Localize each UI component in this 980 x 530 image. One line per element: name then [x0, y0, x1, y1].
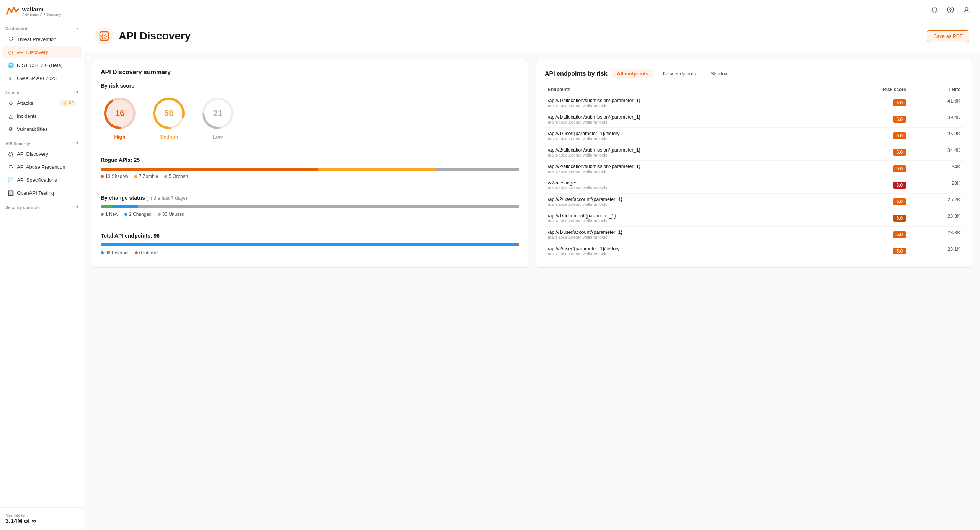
table-row[interactable]: /api/v2/allocation/submission/{parameter…	[545, 161, 964, 177]
total-bar	[101, 243, 519, 246]
shadow-bar	[101, 168, 318, 171]
col-endpoint: Endpoints	[545, 85, 826, 95]
sidebar-footer: Monthly limit: 3.14M of ∞	[0, 507, 84, 530]
orphan-legend: 5 Orphan	[164, 174, 188, 179]
page-header: {;} API Discovery Save as PDF	[84, 20, 980, 52]
page-icon: {;}	[95, 27, 113, 45]
sidebar-item-api-discovery[interactable]: {;} API Discovery	[2, 46, 82, 58]
changed-dot	[124, 213, 127, 216]
endpoint-domain: main-api.eu.demo.wallarm.tools	[548, 219, 823, 223]
risk-badge: 5.0	[893, 248, 906, 254]
tab-all-endpoints[interactable]: All endpoints	[612, 69, 653, 78]
logo-tagline: Advanced API Security	[22, 13, 61, 17]
endpoint-domain: main-api.eu.demo.wallarm.tools	[548, 120, 823, 124]
user-avatar-icon[interactable]	[962, 6, 971, 14]
divider-3	[101, 225, 519, 225]
api-icon: {;}	[8, 49, 14, 55]
risk-badge: 5.0	[893, 165, 906, 172]
section-security-controls: Security controls ▾	[0, 199, 84, 211]
doc-icon: 📄	[8, 177, 14, 183]
changed-legend: 2 Changed	[124, 212, 152, 217]
risk-score-row: 16 High 58	[101, 94, 519, 140]
external-legend: 96 External	[101, 250, 129, 256]
endpoint-domain: main-api.eu.demo.wallarm.tools	[548, 103, 823, 108]
risk-badge: 5.0	[893, 132, 906, 139]
sidebar-item-attacks[interactable]: ⊙ Attacks ⚡ 62	[2, 97, 82, 109]
table-row[interactable]: /api/v1/allocation/submission/{parameter…	[545, 111, 964, 128]
unused-dot	[158, 213, 161, 216]
divider-2	[101, 187, 519, 187]
dashboard-grid: API Discovery summary By risk score	[84, 52, 980, 276]
summary-card: API Discovery summary By risk score	[92, 60, 528, 268]
endpoint-path: /api/v2/allocation/submission/{parameter…	[548, 164, 823, 169]
change-bar	[101, 205, 519, 208]
changed-bar	[113, 205, 139, 208]
high-gauge-container: 16	[101, 94, 139, 132]
hits-value: 34K	[909, 161, 964, 177]
medium-gauge: 58 Medium	[150, 94, 188, 140]
sidebar-item-api-discovery-2[interactable]: {;} API Discovery	[2, 148, 82, 160]
notification-bell-icon[interactable]	[930, 6, 939, 14]
unused-bar	[138, 205, 519, 208]
table-row[interactable]: /api/v1/allocation/submission/{parameter…	[545, 95, 964, 111]
sidebar-item-api-specs[interactable]: 📄 API Specifications	[2, 174, 82, 186]
risk-score-label: By risk score	[101, 83, 519, 89]
sidebar-item-vulnerabilities[interactable]: ⚙ Vulnerabilities	[2, 123, 82, 135]
risk-badge: 5.0	[893, 198, 906, 205]
hits-value: 35.3K	[909, 128, 964, 144]
change-status-title: By change status (in the last 7 days)	[101, 195, 519, 201]
summary-title: API Discovery summary	[101, 69, 519, 76]
hits-value: 39.4K	[909, 111, 964, 128]
rogue-apis-title: Rogue APIs: 25	[101, 157, 519, 163]
internal-bar	[518, 243, 519, 246]
help-icon[interactable]: ?	[946, 6, 955, 14]
high-label: High	[114, 134, 126, 140]
save-pdf-button[interactable]: Save as PDF	[927, 30, 969, 42]
risk-badge: 5.0	[893, 116, 906, 123]
table-row[interactable]: /v2/messages main-api.eu.demo.wallarm.to…	[545, 177, 964, 194]
endpoints-tbody: /api/v1/allocation/submission/{parameter…	[545, 95, 964, 259]
external-dot	[101, 251, 104, 254]
logo-text: wallarm Advanced API Security	[22, 6, 61, 17]
risk-badge: 5.0	[893, 149, 906, 156]
table-row[interactable]: /api/v2/user/account/{parameter_1} main-…	[545, 194, 964, 210]
endpoint-path: /api/v1/user/{parameter_1}/history	[548, 131, 823, 136]
sidebar-item-owasp[interactable]: ✈ OWASP API 2023	[2, 72, 82, 84]
hits-value: 25.2K	[909, 194, 964, 210]
sidebar-item-nist[interactable]: 🌐 NIST CSF 2.0 (Beta)	[2, 59, 82, 71]
endpoint-domain: main-api.eu.demo.wallarm.tools	[548, 202, 823, 207]
medium-gauge-container: 58	[150, 94, 188, 132]
endpoint-domain: main-api.eu.demo.wallarm.tools	[548, 186, 823, 190]
page-header-left: {;} API Discovery	[95, 27, 191, 45]
hits-value: 28K	[909, 177, 964, 194]
unused-legend: 30 Unused	[158, 212, 185, 217]
tab-shadow[interactable]: Shadow	[706, 69, 733, 78]
svg-text:16: 16	[115, 108, 124, 118]
tab-new-endpoints[interactable]: New endpoints	[658, 69, 701, 78]
medium-label: Medium	[159, 134, 178, 140]
topbar: ?	[84, 0, 980, 20]
table-row[interactable]: /api/v2/user/{parameter_1}/history main-…	[545, 243, 964, 259]
endpoints-title: API endpoints by risk	[545, 70, 608, 77]
table-row[interactable]: /api/v1/document/{parameter_1} main-api.…	[545, 210, 964, 227]
endpoint-domain: main-api.eu.demo.wallarm.tools	[548, 136, 823, 141]
svg-text:?: ?	[949, 8, 952, 13]
table-row[interactable]: /api/v1/user/{parameter_1}/history main-…	[545, 128, 964, 144]
orphan-dot	[164, 175, 167, 178]
shield-icon: 🛡	[8, 36, 14, 42]
sidebar-item-incidents[interactable]: △ Incidents	[2, 110, 82, 122]
endpoint-domain: main-api.eu.demo.wallarm.tools	[548, 235, 823, 240]
sidebar-item-api-abuse[interactable]: 🛡 API Abuse Prevention	[2, 161, 82, 173]
orphan-bar	[436, 168, 519, 171]
risk-badge: 5.0	[893, 99, 906, 106]
sidebar-item-threat-prevention[interactable]: 🛡 Threat Prevention	[2, 33, 82, 45]
change-legend: 1 New 2 Changed 30 Unused	[101, 212, 519, 217]
table-row[interactable]: /api/v1/user/account/{parameter_1} main-…	[545, 227, 964, 243]
total-endpoints-title: Total API endpoints: 96	[101, 233, 519, 239]
endpoint-domain: main-api.eu.demo.wallarm.tools	[548, 251, 823, 256]
endpoints-table-header: Endpoints Risk score ↓ Hits	[545, 85, 964, 95]
table-row[interactable]: /api/v2/allocation/submission/{parameter…	[545, 144, 964, 161]
sidebar-item-openapi-testing[interactable]: 🔲 OpenAPI Testing	[2, 187, 82, 199]
external-bar	[101, 243, 518, 246]
endpoint-path: /api/v2/allocation/submission/{parameter…	[548, 147, 823, 153]
